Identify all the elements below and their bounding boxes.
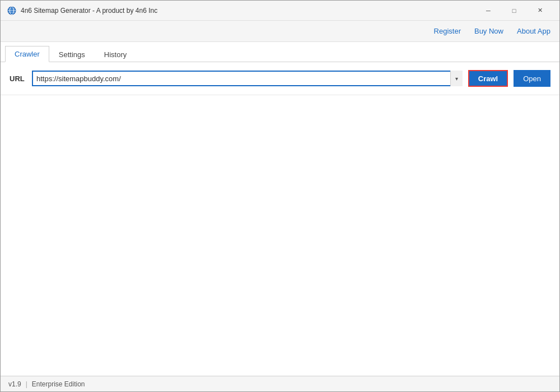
url-label: URL <box>10 74 26 83</box>
version-label: v1.9 <box>8 380 21 388</box>
status-divider: | <box>26 380 27 388</box>
edition-label: Enterprise Edition <box>32 380 85 388</box>
close-button[interactable]: ✕ <box>527 2 553 19</box>
tab-settings[interactable]: Settings <box>49 46 95 62</box>
tab-crawler[interactable]: Crawler <box>5 46 49 62</box>
status-bar: v1.9 | Enterprise Edition <box>1 376 559 391</box>
tab-history[interactable]: History <box>95 46 136 62</box>
app-icon <box>7 6 16 15</box>
url-input[interactable] <box>32 71 463 86</box>
window-title: 4n6 Sitemap Generator - A product by 4n6… <box>21 7 475 15</box>
crawl-button[interactable]: Crawl <box>468 70 508 87</box>
url-input-wrapper: ▾ <box>32 71 463 86</box>
tab-bar: Crawler Settings History <box>1 42 559 62</box>
url-bar: URL ▾ Crawl Open <box>1 62 559 95</box>
title-bar: 4n6 Sitemap Generator - A product by 4n6… <box>1 1 559 21</box>
window-controls: ─ □ ✕ <box>475 2 553 19</box>
about-app-link[interactable]: About App <box>517 27 550 35</box>
buy-now-link[interactable]: Buy Now <box>474 27 503 35</box>
main-window: 4n6 Sitemap Generator - A product by 4n6… <box>0 0 560 392</box>
menu-bar: Register Buy Now About App <box>1 21 559 42</box>
main-content-area <box>1 95 559 376</box>
register-link[interactable]: Register <box>434 27 461 35</box>
url-dropdown-button[interactable]: ▾ <box>450 71 463 86</box>
minimize-button[interactable]: ─ <box>475 2 501 19</box>
content-area: URL ▾ Crawl Open <box>1 62 559 376</box>
menu-links: Register Buy Now About App <box>434 27 550 35</box>
open-button[interactable]: Open <box>514 70 550 87</box>
maximize-button[interactable]: □ <box>501 2 527 19</box>
